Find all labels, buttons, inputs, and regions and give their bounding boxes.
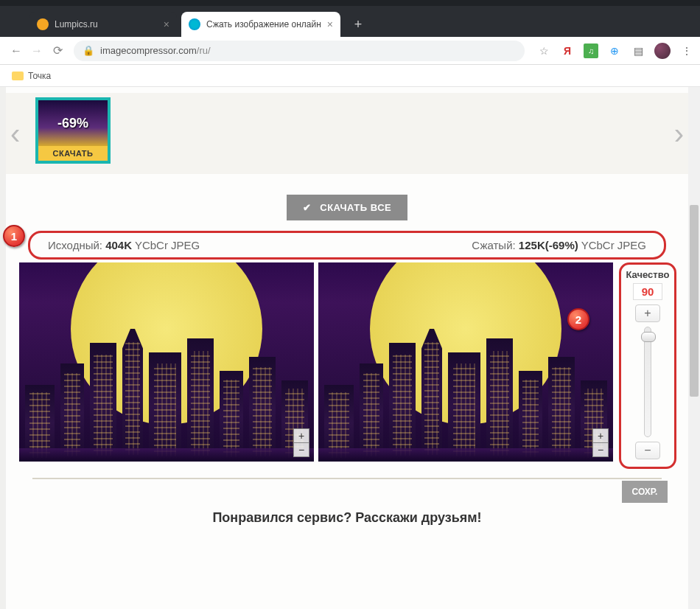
annotation-marker-2: 2 [567,308,589,330]
lock-icon: 🔒 [83,45,94,56]
bookmarks-bar: Точка [0,65,700,87]
reading-list-icon[interactable]: ▤ [631,44,645,58]
footer-share-text: Понравился сервис? Расскажи друзьям! [19,510,675,526]
quality-slider[interactable] [644,327,651,437]
thumbnail-preview: -69% [38,100,108,146]
quality-minus-button[interactable]: − [635,442,660,459]
compressed-image-panel[interactable]: + − [318,262,613,462]
chevron-right-icon[interactable]: › [674,117,684,150]
vertical-scrollbar[interactable] [688,87,700,609]
thumbnail-download-button[interactable]: СКАЧАТЬ [38,146,108,161]
thumbnail-card[interactable]: -69% СКАЧАТЬ [35,97,111,164]
profile-avatar[interactable] [654,43,671,59]
download-all-row: ✔ СКАЧАТЬ ВСЕ [6,177,688,231]
zoom-in-button[interactable]: + [593,429,608,443]
folder-icon [12,72,24,80]
page-content: ‹ › -69% СКАЧАТЬ ✔ СКАЧАТЬ ВСЕ 1 Исходны… [6,87,688,609]
url-path: /ru/ [197,45,211,56]
extension-globe-icon[interactable]: ⊕ [607,44,622,58]
chevron-left-icon[interactable]: ‹ [10,117,20,150]
quality-input[interactable] [633,283,662,300]
extension-music-icon[interactable]: ♫ [584,44,598,58]
tab-imagecompressor[interactable]: Сжать изображение онлайн × [181,12,340,37]
close-icon[interactable]: × [327,18,333,30]
bookmark-folder[interactable]: Точка [28,71,51,81]
url-host: imagecompressor.com [100,45,197,56]
save-button[interactable]: СОХР. [622,481,668,503]
zoom-out-button[interactable]: − [593,443,608,456]
section-divider [32,478,662,479]
image-comparison-row: + − [19,262,613,462]
zoom-controls: + − [592,428,609,457]
tab-strip: Lumpics.ru × Сжать изображение онлайн × … [0,6,700,37]
bookmark-star-icon[interactable]: ☆ [536,44,551,58]
quality-panel: Качество + − [619,262,676,469]
compression-percent: -69% [57,116,88,131]
page-viewport: ‹ › -69% СКАЧАТЬ ✔ СКАЧАТЬ ВСЕ 1 Исходны… [0,87,700,609]
tab-lumpics[interactable]: Lumpics.ru × [29,12,177,37]
forward-button[interactable]: → [27,41,47,61]
zoom-out-button[interactable]: − [294,443,309,456]
zoom-in-button[interactable]: + [294,429,309,443]
reload-button[interactable]: ⟳ [47,41,68,61]
check-icon: ✔ [303,202,312,213]
toolbar-icons: ☆ Я ♫ ⊕ ▤ ⋮ [536,43,694,59]
download-all-button[interactable]: ✔ СКАЧАТЬ ВСЕ [287,195,407,220]
tab-title: Сжать изображение онлайн [206,19,321,29]
quality-plus-button[interactable]: + [635,304,660,322]
comparison-section: 1 Исходный: 404K YCbCr JPEG Сжатый: 125K… [6,231,688,526]
favicon-icon [189,18,200,30]
annotation-marker-1: 1 [3,225,25,247]
compressed-info: Сжатый: 125K(-69%) YCbCr JPEG [472,239,646,251]
original-image-panel[interactable]: + − [19,262,314,462]
browser-toolbar: ← → ⟳ 🔒 imagecompressor.com/ru/ ☆ Я ♫ ⊕ … [0,37,700,65]
zoom-controls: + − [293,428,309,457]
extension-icon[interactable]: Я [560,44,575,58]
address-bar[interactable]: 🔒 imagecompressor.com/ru/ [74,41,525,61]
titlebar [0,0,700,6]
quality-label: Качество [626,269,670,280]
slider-thumb[interactable] [641,332,656,342]
scrollbar-thumb[interactable] [690,205,699,397]
favicon-icon [37,18,49,30]
menu-icon[interactable]: ⋮ [679,44,694,58]
tab-title: Lumpics.ru [55,19,158,29]
close-icon[interactable]: × [164,18,169,30]
file-info-bar: Исходный: 404K YCbCr JPEG Сжатый: 125K(-… [28,231,666,260]
thumbnail-carousel: ‹ › -69% СКАЧАТЬ [6,93,688,174]
original-info: Исходный: 404K YCbCr JPEG [48,239,200,251]
download-all-label: СКАЧАТЬ ВСЕ [320,202,391,213]
back-button[interactable]: ← [6,41,27,61]
new-tab-button[interactable]: + [348,14,368,35]
